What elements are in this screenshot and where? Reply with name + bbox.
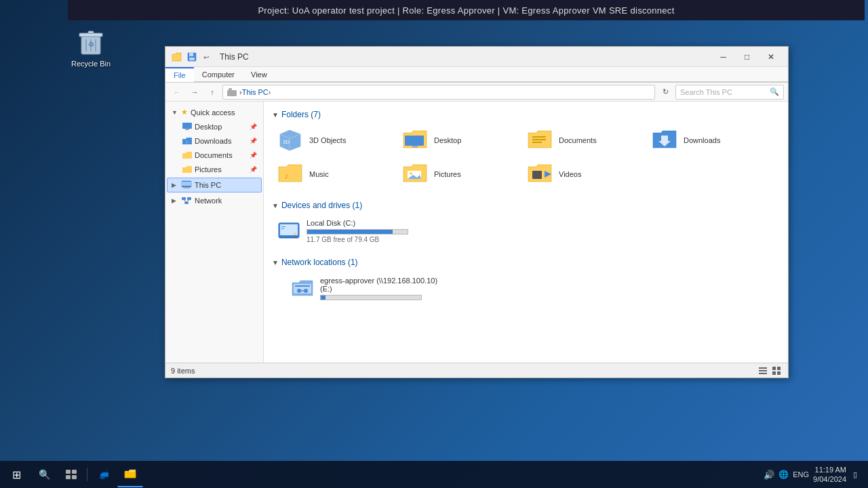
svg-text:↩: ↩: [203, 54, 209, 61]
network-drive-icon: [290, 276, 315, 300]
sidebar-quick-access: ▼ ★ Quick access Desktop 📌 ↓ Downloads 📌: [165, 105, 263, 176]
svg-rect-55: [66, 475, 71, 479]
drive-item-c[interactable]: Local Disk (C:) 11.7 GB free of 79.4 GB: [272, 216, 435, 247]
svg-rect-26: [412, 146, 418, 148]
qat-undo-icon[interactable]: ↩: [201, 51, 213, 63]
drive-item-network[interactable]: egress-approver (\\192.168.100.10) (E:): [285, 272, 448, 304]
task-view-button[interactable]: [58, 462, 84, 487]
explorer-button[interactable]: [117, 462, 143, 487]
folder-item-downloads[interactable]: Downloads: [646, 125, 768, 156]
svg-rect-52: [777, 371, 781, 375]
folders-section-header[interactable]: ▼ Folders (7): [272, 110, 780, 119]
local-disk-icon: [277, 219, 301, 243]
nav-up-button[interactable]: ↑: [205, 85, 220, 100]
search-box[interactable]: Search This PC 🔍: [675, 85, 784, 100]
network-tray-icon[interactable]: 🌐: [778, 470, 789, 479]
qat-save-icon[interactable]: [186, 51, 198, 63]
network-section-header[interactable]: ▼ Network locations (1): [272, 258, 780, 267]
recycle-bin-icon: ♻: [75, 24, 107, 57]
system-tray: 🔊 🌐 ENG 11:19 AM 9/04/2024 ▯: [758, 465, 865, 485]
ribbon: File Computer View: [165, 67, 788, 83]
search-button[interactable]: 🔍: [31, 462, 57, 487]
title-bar-icons: ↩: [171, 51, 213, 63]
svg-rect-19: [182, 197, 186, 200]
drive-c-name: Local Disk (C:): [307, 219, 430, 227]
tab-view[interactable]: View: [243, 67, 275, 81]
folder-item-3dobjects[interactable]: 3D 3D Objects: [272, 125, 394, 156]
pin-icon: 📌: [250, 123, 257, 130]
sidebar-item-pictures[interactable]: Pictures 📌: [167, 163, 262, 176]
sidebar: ▼ ★ Quick access Desktop 📌 ↓ Downloads 📌: [165, 102, 264, 363]
svg-rect-25: [405, 136, 424, 146]
clock[interactable]: 11:19 AM 9/04/2024: [813, 465, 846, 485]
nav-refresh-button[interactable]: ↻: [658, 85, 673, 100]
svg-rect-48: [759, 373, 767, 374]
sidebar-item-downloads[interactable]: ↓ Downloads 📌: [167, 134, 262, 148]
sidebar-item-documents[interactable]: Documents 📌: [167, 148, 262, 162]
svg-point-43: [297, 289, 301, 293]
music-folder-icon: ♪: [277, 162, 304, 186]
network-drive-info: egress-approver (\\192.168.100.10) (E:): [320, 277, 443, 300]
sidebar-item-quick-access[interactable]: ▼ ★ Quick access: [167, 105, 262, 119]
path-current: This PC: [242, 88, 269, 96]
sidebar-item-network[interactable]: ▶ Network: [167, 194, 262, 207]
minimize-button[interactable]: ─: [711, 50, 735, 64]
recycle-bin[interactable]: ♻ Recycle Bin: [66, 20, 115, 72]
thispc-expand: ▶: [172, 182, 178, 188]
tab-computer[interactable]: Computer: [194, 67, 243, 81]
folder-item-documents[interactable]: Documents: [521, 125, 644, 156]
path-chevron: ›: [269, 88, 271, 96]
start-button[interactable]: ⊞: [3, 461, 30, 488]
speaker-icon[interactable]: 🔊: [764, 470, 774, 480]
explorer-window: ↩ This PC ─ □ ✕ File Computer View ← → ↑: [165, 46, 789, 378]
sidebar-quick-access-label: Quick access: [191, 108, 235, 117]
nav-back-button[interactable]: ←: [170, 85, 184, 100]
svg-rect-37: [280, 237, 298, 238]
ribbon-tabs: File Computer View: [165, 67, 788, 82]
lang-indicator[interactable]: ENG: [793, 470, 809, 479]
documents-folder-icon: [182, 151, 192, 159]
view-details-button[interactable]: [757, 365, 769, 377]
sidebar-desktop-label: Desktop: [195, 123, 222, 131]
svg-text:♻: ♻: [88, 41, 94, 48]
address-path[interactable]: › This PC ›: [222, 85, 655, 100]
items-count: 9 items: [171, 367, 195, 375]
close-button[interactable]: ✕: [759, 50, 783, 64]
network-expand: ▶: [172, 197, 178, 204]
network-icon: [181, 197, 192, 205]
pin-icon-docs: 📌: [250, 152, 257, 159]
edge-browser-button[interactable]: [90, 462, 116, 487]
quick-access-star-icon: ★: [181, 108, 188, 117]
sidebar-thispc-section: ▶ This PC: [165, 178, 263, 192]
folder-item-music[interactable]: ♪ Music: [272, 159, 394, 190]
3d-objects-icon: 3D: [277, 128, 304, 152]
svg-rect-28: [532, 139, 546, 140]
svg-point-44: [304, 289, 308, 293]
folder-3dobjects-label: 3D Objects: [309, 136, 346, 144]
nav-forward-button[interactable]: →: [187, 85, 202, 100]
tab-file[interactable]: File: [165, 67, 194, 82]
folder-item-pictures[interactable]: Pictures: [397, 159, 519, 190]
desktop-folder-icon: [401, 128, 429, 152]
folder-item-videos[interactable]: Videos: [521, 159, 644, 190]
desktop-icon: [182, 123, 192, 131]
svg-text:♪: ♪: [284, 170, 289, 181]
network-section-title: Network locations (1): [281, 258, 358, 267]
videos-folder-icon: [526, 162, 553, 186]
drive-c-bar-fill: [307, 230, 393, 234]
sidebar-downloads-label: Downloads: [195, 137, 231, 145]
svg-rect-17: [182, 182, 191, 186]
svg-rect-50: [777, 367, 781, 370]
sidebar-item-thispc[interactable]: ▶ This PC: [167, 178, 262, 192]
devices-section-header[interactable]: ▼ Devices and drives (1): [272, 201, 780, 210]
pictures-folder-icon-main: [401, 162, 429, 186]
show-desktop-button[interactable]: ▯: [850, 470, 860, 479]
folder-videos-label: Videos: [559, 170, 581, 178]
folder-downloads-label: Downloads: [684, 136, 720, 144]
svg-rect-29: [532, 142, 542, 143]
svg-line-23: [186, 200, 189, 202]
view-tiles-button[interactable]: [770, 365, 783, 377]
sidebar-item-desktop[interactable]: Desktop 📌: [167, 120, 262, 134]
maximize-button[interactable]: □: [735, 50, 759, 64]
folder-item-desktop[interactable]: Desktop: [397, 125, 519, 156]
